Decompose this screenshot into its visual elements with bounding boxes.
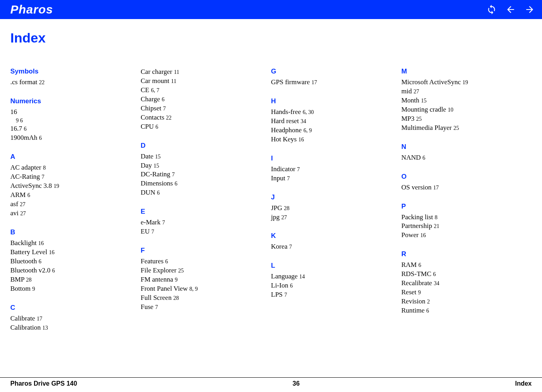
index-entry[interactable]: Recalibrate 34 bbox=[401, 279, 524, 288]
index-entry[interactable]: Indicator 7 bbox=[271, 165, 393, 174]
index-section: Car charger 11Car mount 11CE 6, 7Charge … bbox=[141, 68, 263, 131]
index-entry[interactable]: Front Panel View 8, 9 bbox=[141, 284, 263, 294]
index-entry[interactable]: Calibrate 17 bbox=[10, 314, 133, 323]
index-entry[interactable]: Mounting cradle 10 bbox=[401, 105, 524, 114]
index-entry[interactable]: 1900mAh 6 bbox=[10, 133, 133, 143]
index-entry[interactable]: Dimensions 6 bbox=[141, 179, 263, 188]
index-entry[interactable]: Hands-free 6, 30 bbox=[271, 108, 393, 117]
index-entry[interactable]: Battery Level 16 bbox=[10, 248, 133, 257]
index-entry[interactable]: Packing list 8 bbox=[401, 213, 524, 222]
nav-icon-group bbox=[486, 4, 535, 15]
index-entry[interactable]: AC adapter 8 bbox=[10, 163, 133, 172]
header-bar: Pharos bbox=[0, 0, 542, 19]
index-entry[interactable]: Calibration 13 bbox=[10, 323, 133, 332]
index-entry[interactable]: CPU 6 bbox=[141, 122, 263, 131]
index-entry[interactable]: Li-Ion 6 bbox=[271, 281, 393, 290]
index-column: Symbols.cs format 22Numerics169 616.7 61… bbox=[10, 68, 141, 342]
index-section: HHands-free 6, 30Hard reset 34Headphone … bbox=[271, 97, 393, 144]
index-entry[interactable]: Runtime 6 bbox=[401, 306, 524, 315]
index-entry[interactable]: .cs format 22 bbox=[10, 78, 133, 87]
index-entry[interactable]: Korea 7 bbox=[271, 242, 393, 251]
index-entry[interactable]: Month 15 bbox=[401, 96, 524, 105]
refresh-icon[interactable] bbox=[486, 4, 497, 15]
index-entry[interactable]: jpg 27 bbox=[271, 213, 393, 222]
index-section: LLanguage 14Li-Ion 6LPS 7 bbox=[271, 262, 393, 299]
index-entry[interactable]: BMP 28 bbox=[10, 275, 133, 284]
index-entry[interactable]: Partnership 21 bbox=[401, 222, 524, 231]
index-entry[interactable]: Car charger 11 bbox=[141, 68, 263, 77]
index-entry[interactable]: Car mount 11 bbox=[141, 77, 263, 86]
index-section: FFeatures 6File Explorer 25FM antenna 9F… bbox=[141, 247, 263, 312]
index-section: MMicrosoft ActiveSync 19mid 27Month 15Mo… bbox=[401, 68, 524, 133]
index-entry[interactable]: 16 bbox=[10, 108, 133, 117]
index-entry[interactable]: asf 27 bbox=[10, 200, 133, 209]
index-section: IIndicator 7Input 7 bbox=[271, 154, 393, 183]
index-entry[interactable]: Full Screen 28 bbox=[141, 294, 263, 303]
index-entry[interactable]: 16.7 6 bbox=[10, 124, 133, 133]
index-entry[interactable]: File Explorer 25 bbox=[141, 266, 263, 275]
index-entry[interactable]: Hard reset 34 bbox=[271, 117, 393, 126]
section-heading: M bbox=[401, 68, 524, 75]
index-entry[interactable]: Features 6 bbox=[141, 257, 263, 266]
index-entry[interactable]: Charge 6 bbox=[141, 95, 263, 104]
index-entry[interactable]: Chipset 7 bbox=[141, 104, 263, 113]
index-entry[interactable]: avi 27 bbox=[10, 209, 133, 218]
index-entry[interactable]: GPS firmware 17 bbox=[271, 78, 393, 87]
footer-page-number: 36 bbox=[293, 380, 300, 387]
section-heading: B bbox=[10, 228, 133, 236]
index-entry[interactable]: NAND 6 bbox=[401, 153, 524, 162]
index-entry[interactable]: RAM 6 bbox=[401, 261, 524, 270]
index-entry[interactable]: Bluetooth 6 bbox=[10, 257, 133, 266]
index-entry[interactable]: DUN 6 bbox=[141, 188, 263, 197]
index-column: MMicrosoft ActiveSync 19mid 27Month 15Mo… bbox=[401, 68, 532, 342]
index-section: RRAM 6RDS-TMC 6Recalibrate 34Reset 9Revi… bbox=[401, 250, 524, 315]
index-entry[interactable]: ActiveSync 3.8 19 bbox=[10, 182, 133, 191]
index-entry[interactable]: ARM 6 bbox=[10, 191, 133, 200]
section-heading: R bbox=[401, 250, 524, 258]
index-entry[interactable]: OS version 17 bbox=[401, 183, 524, 192]
index-entry[interactable]: AC-Rating 7 bbox=[10, 172, 133, 182]
index-entry[interactable]: Microsoft ActiveSync 19 bbox=[401, 78, 524, 87]
index-sub-entry[interactable]: 9 6 bbox=[10, 117, 133, 125]
index-entry[interactable]: Hot Keys 16 bbox=[271, 135, 393, 144]
index-entry[interactable]: FM antenna 9 bbox=[141, 275, 263, 284]
index-entry[interactable]: Backlight 16 bbox=[10, 239, 133, 248]
section-heading: H bbox=[271, 97, 393, 105]
index-entry[interactable]: Bluetooth v2.0 6 bbox=[10, 266, 133, 275]
section-heading: C bbox=[10, 304, 133, 312]
index-entry[interactable]: Revision 2 bbox=[401, 297, 524, 306]
index-entry[interactable]: Contacts 22 bbox=[141, 113, 263, 122]
index-entry[interactable]: Day 15 bbox=[141, 161, 263, 170]
index-entry[interactable]: Input 7 bbox=[271, 174, 393, 183]
back-icon[interactable] bbox=[505, 4, 516, 15]
forward-icon[interactable] bbox=[525, 4, 535, 15]
index-entry[interactable]: DC-Rating 7 bbox=[141, 170, 263, 179]
footer-right: Index bbox=[515, 380, 532, 387]
index-entry[interactable]: mid 27 bbox=[401, 87, 524, 96]
index-entry[interactable]: Reset 9 bbox=[401, 288, 524, 297]
footer-left: Pharos Drive GPS 140 bbox=[10, 380, 77, 387]
index-entry[interactable]: Date 15 bbox=[141, 152, 263, 161]
section-heading: K bbox=[271, 232, 393, 240]
footer: Pharos Drive GPS 140 36 Index bbox=[0, 377, 542, 387]
section-heading: L bbox=[271, 262, 393, 270]
index-entry[interactable]: e-Mark 7 bbox=[141, 218, 263, 227]
index-entry[interactable]: CE 6, 7 bbox=[141, 86, 263, 95]
index-column: GGPS firmware 17HHands-free 6, 30Hard re… bbox=[271, 68, 401, 342]
brand-logo: Pharos bbox=[10, 3, 53, 16]
index-entry[interactable]: Multimedia Player 25 bbox=[401, 124, 524, 133]
index-entry[interactable]: JPG 28 bbox=[271, 204, 393, 213]
index-entry[interactable]: Headphone 6, 9 bbox=[271, 126, 393, 135]
index-entry[interactable]: Bottom 9 bbox=[10, 284, 133, 294]
section-heading: I bbox=[271, 154, 393, 162]
index-entry[interactable]: LPS 7 bbox=[271, 290, 393, 299]
index-entry[interactable]: RDS-TMC 6 bbox=[401, 270, 524, 279]
index-section: JJPG 28jpg 27 bbox=[271, 193, 393, 222]
index-entry[interactable]: Fuse 7 bbox=[141, 303, 263, 312]
section-heading: O bbox=[401, 173, 524, 181]
index-entry[interactable]: EU 7 bbox=[141, 227, 263, 236]
section-heading: N bbox=[401, 143, 524, 151]
index-entry[interactable]: Power 16 bbox=[401, 231, 524, 240]
index-entry[interactable]: Language 14 bbox=[271, 272, 393, 281]
index-entry[interactable]: MP3 25 bbox=[401, 114, 524, 124]
